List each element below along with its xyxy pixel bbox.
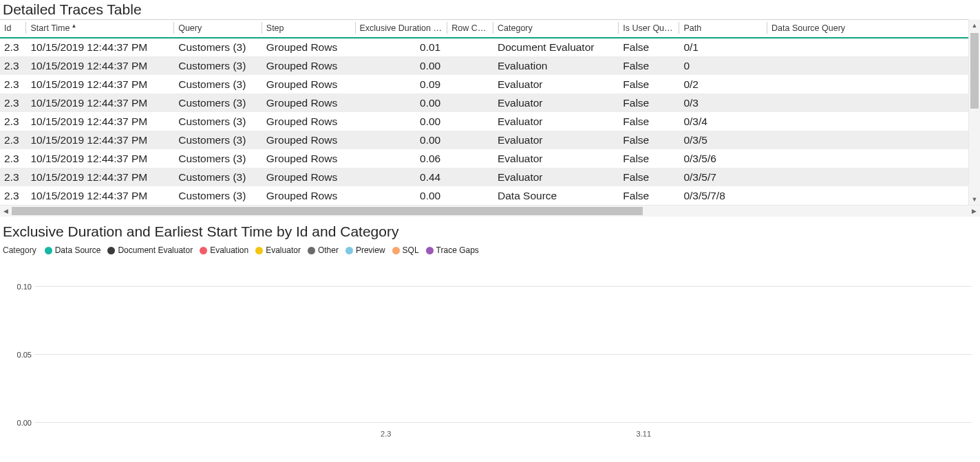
table-cell: Grouped Rows — [262, 186, 356, 205]
column-header[interactable]: Row Count — [447, 20, 493, 38]
horizontal-scrollbar[interactable]: ◀ ▶ — [0, 205, 980, 217]
gridline — [34, 354, 972, 355]
legend-item-label: Other — [318, 245, 339, 255]
table-cell — [767, 131, 980, 149]
y-tick-label: 0.10 — [6, 283, 32, 291]
gridline — [34, 422, 972, 423]
table-cell: Grouped Rows — [262, 131, 356, 149]
table-cell: Customers (3) — [174, 94, 262, 112]
table-cell: 0/3/5/6 — [679, 149, 767, 168]
table-cell: 2.3 — [0, 56, 26, 75]
traces-table-area: IdStart Time▲QueryStepExclusive Duration… — [0, 19, 980, 205]
legend-item[interactable]: SQL — [392, 245, 419, 255]
table-cell: 0/3/4 — [679, 112, 767, 131]
table-cell: Evaluator — [493, 75, 619, 94]
column-header[interactable]: Exclusive Duration (%) — [356, 20, 448, 38]
table-cell: Customers (3) — [174, 112, 262, 131]
legend-swatch-icon — [200, 247, 207, 254]
table-row[interactable]: 2.310/15/2019 12:44:37 PMCustomers (3)Gr… — [0, 38, 980, 56]
legend-swatch-icon — [392, 247, 400, 254]
column-header[interactable]: Path — [679, 20, 767, 38]
table-row[interactable]: 2.310/15/2019 12:44:37 PMCustomers (3)Gr… — [0, 149, 980, 168]
table-cell: 0.00 — [356, 112, 448, 131]
table-cell: 10/15/2019 12:44:37 PM — [26, 75, 174, 94]
table-cell: 10/15/2019 12:44:37 PM — [26, 149, 174, 168]
table-cell: 2.3 — [0, 38, 26, 56]
table-cell: Customers (3) — [174, 168, 262, 186]
legend-item[interactable]: Trace Gaps — [426, 245, 479, 255]
table-title: Detailed Traces Table — [0, 0, 980, 19]
scroll-up-icon[interactable]: ▲ — [969, 19, 980, 31]
legend-item[interactable]: Preview — [345, 245, 385, 255]
column-header[interactable]: Data Source Query — [767, 20, 980, 38]
table-cell: 2.3 — [0, 186, 26, 205]
column-header[interactable]: Start Time▲ — [26, 20, 174, 38]
table-cell: 10/15/2019 12:44:37 PM — [26, 94, 174, 112]
table-cell: Evaluator — [493, 112, 619, 131]
table-cell — [447, 94, 493, 112]
table-cell: False — [619, 186, 679, 205]
table-cell — [767, 168, 980, 186]
legend-item[interactable]: Data Source — [45, 245, 101, 255]
chart-plot[interactable]: 0.000.050.102.33.11 — [34, 266, 972, 423]
table-cell: Evaluation — [493, 56, 619, 75]
x-tick-label: 2.3 — [381, 430, 391, 438]
chart-area[interactable]: 0.000.050.102.33.11 — [6, 262, 974, 441]
table-cell — [447, 38, 493, 56]
chart-title: Exclusive Duration and Earliest Start Ti… — [0, 217, 980, 244]
table-cell: 0.00 — [356, 56, 448, 75]
table-cell: Customers (3) — [174, 38, 262, 56]
table-cell — [447, 75, 493, 94]
table-cell — [767, 112, 980, 131]
horizontal-scroll-thumb[interactable] — [12, 207, 643, 215]
x-tick-label: 3.11 — [637, 430, 651, 438]
legend-item[interactable]: Evaluator — [255, 245, 301, 255]
table-cell — [447, 112, 493, 131]
table-row[interactable]: 2.310/15/2019 12:44:37 PMCustomers (3)Gr… — [0, 168, 980, 186]
scroll-left-icon[interactable]: ◀ — [0, 208, 12, 214]
table-cell: 10/15/2019 12:44:37 PM — [26, 131, 174, 149]
legend-item-label: Document Evaluator — [118, 245, 193, 255]
table-row[interactable]: 2.310/15/2019 12:44:37 PMCustomers (3)Gr… — [0, 75, 980, 94]
table-cell — [447, 131, 493, 149]
legend-item[interactable]: Other — [308, 245, 339, 255]
table-cell: False — [619, 149, 679, 168]
table-cell: 0.00 — [356, 131, 448, 149]
table-cell: Evaluator — [493, 131, 619, 149]
horizontal-scroll-track[interactable] — [12, 206, 968, 217]
table-cell: False — [619, 75, 679, 94]
table-cell: Grouped Rows — [262, 75, 356, 94]
column-header[interactable]: Query — [174, 20, 262, 38]
table-cell: 0.01 — [356, 38, 448, 56]
scroll-right-icon[interactable]: ▶ — [968, 208, 980, 214]
table-cell: Document Evaluator — [493, 38, 619, 56]
table-cell: 0/3/5 — [679, 131, 767, 149]
column-header[interactable]: Id — [0, 20, 26, 38]
legend-item-label: SQL — [403, 245, 419, 255]
vertical-scrollbar[interactable]: ▲ ▼ — [968, 19, 980, 205]
table-row[interactable]: 2.310/15/2019 12:44:37 PMCustomers (3)Gr… — [0, 186, 980, 205]
table-cell — [447, 168, 493, 186]
legend-item-label: Preview — [356, 245, 385, 255]
table-cell: False — [619, 38, 679, 56]
legend-swatch-icon — [255, 247, 263, 254]
legend-item[interactable]: Evaluation — [200, 245, 248, 255]
column-header[interactable]: Category — [493, 20, 619, 38]
table-cell: Grouped Rows — [262, 94, 356, 112]
table-row[interactable]: 2.310/15/2019 12:44:37 PMCustomers (3)Gr… — [0, 56, 980, 75]
legend-label: Category — [3, 245, 36, 255]
legend-item[interactable]: Document Evaluator — [107, 245, 193, 255]
table-cell: Grouped Rows — [262, 168, 356, 186]
table-cell: Customers (3) — [174, 75, 262, 94]
table-cell: 10/15/2019 12:44:37 PM — [26, 168, 174, 186]
table-row[interactable]: 2.310/15/2019 12:44:37 PMCustomers (3)Gr… — [0, 94, 980, 112]
scroll-down-icon[interactable]: ▼ — [969, 193, 980, 205]
vertical-scroll-thumb[interactable] — [970, 33, 979, 109]
table-cell: Customers (3) — [174, 186, 262, 205]
table-cell: 10/15/2019 12:44:37 PM — [26, 56, 174, 75]
column-header[interactable]: Step — [262, 20, 356, 38]
column-header[interactable]: Is User Query — [619, 20, 679, 38]
table-row[interactable]: 2.310/15/2019 12:44:37 PMCustomers (3)Gr… — [0, 131, 980, 149]
table-cell: Grouped Rows — [262, 56, 356, 75]
table-row[interactable]: 2.310/15/2019 12:44:37 PMCustomers (3)Gr… — [0, 112, 980, 131]
